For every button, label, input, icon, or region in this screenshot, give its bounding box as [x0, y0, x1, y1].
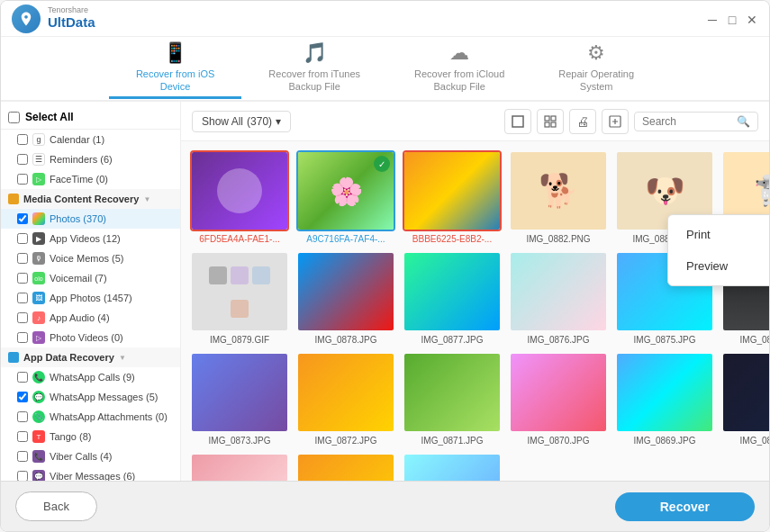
whatsappattachments-icon: 📎	[32, 410, 45, 423]
photovideos-label: Photo Videos (0)	[50, 332, 123, 343]
title-bar-controls: ─ □ ✕	[706, 13, 758, 25]
sidebar-item-tango[interactable]: T Tango (8)	[1, 427, 180, 446]
show-all-button[interactable]: Show All (370) ▾	[192, 111, 291, 132]
export-button[interactable]	[602, 109, 629, 134]
search-icon: 🔍	[737, 115, 750, 128]
sidebar-item-whatsappcalls[interactable]: 📞 WhatsApp Calls (9)	[1, 367, 180, 387]
print-button[interactable]: 🖨	[569, 109, 596, 134]
photovideos-checkbox[interactable]	[17, 332, 28, 343]
appphotos-checkbox[interactable]	[17, 293, 28, 303]
context-menu-print-label: Print	[686, 228, 711, 241]
appvideos-icon: ▶	[32, 232, 45, 245]
recover-button[interactable]: Recover	[615, 492, 755, 521]
svg-rect-3	[545, 122, 549, 127]
nav-item-itunes[interactable]: 🎵 Recover from iTunesBackup File	[241, 38, 387, 98]
whatsappmessages-checkbox[interactable]	[17, 392, 28, 402]
view-single-button[interactable]	[504, 109, 531, 134]
svg-rect-2	[551, 116, 556, 121]
tango-checkbox[interactable]	[17, 431, 28, 442]
photo-item[interactable]: IMG_0872.JPG	[296, 352, 395, 446]
show-all-chevron: ▾	[276, 115, 281, 128]
appaudio-checkbox[interactable]	[17, 312, 28, 323]
photo-item[interactable]	[296, 453, 395, 481]
sidebar-item-vibercalls[interactable]: 📞 Viber Calls (4)	[1, 446, 180, 466]
nav-item-ios[interactable]: 📱 Recover from iOSDevice	[109, 38, 241, 98]
sidebar-item-photos[interactable]: Photos (370)	[1, 209, 180, 229]
photo-item[interactable]: 6FD5EA4A-FAE1-...	[190, 150, 289, 244]
calendar-label: Calendar (1)	[50, 134, 104, 145]
appdata-caret: ▼	[119, 354, 126, 362]
icloud-icon: ☁	[449, 41, 469, 65]
sidebar-item-photovideos[interactable]: ▷ Photo Videos (0)	[1, 328, 180, 347]
photo-filename: IMG_0868.JPG	[721, 436, 769, 446]
section-appdata-header[interactable]: App Data Recovery ▼	[1, 347, 180, 367]
photo-thumb	[190, 352, 289, 433]
vibermessages-checkbox[interactable]	[17, 471, 28, 481]
facetime-label: FaceTime (0)	[50, 174, 108, 185]
sidebar-item-appaudio[interactable]: ♪ App Audio (4)	[1, 308, 180, 328]
close-button[interactable]: ✕	[746, 13, 758, 25]
select-all-item[interactable]: Select All	[1, 105, 180, 130]
sidebar-item-vibermessages[interactable]: 💬 Viber Messages (6)	[1, 466, 180, 481]
photo-item[interactable]: IMG_0877.JPG	[403, 251, 502, 345]
facetime-checkbox[interactable]	[17, 174, 28, 185]
photo-item[interactable]	[190, 453, 289, 481]
appvideos-checkbox[interactable]	[17, 233, 28, 244]
photo-thumb	[296, 352, 395, 433]
svg-rect-1	[545, 116, 549, 121]
sidebar-item-reminders[interactable]: ☰ Reminders (6)	[1, 149, 180, 169]
vibercalls-label: Viber Calls (4)	[50, 451, 113, 462]
photo-filename: 6FD5EA4A-FAE1-...	[190, 234, 289, 244]
nav-item-icloud[interactable]: ☁ Recover from iCloudBackup File	[387, 38, 531, 98]
photo-item[interactable]: BBBE6225-E8B2-...	[403, 150, 502, 244]
reminders-checkbox[interactable]	[17, 154, 28, 165]
photo-grid: 6FD5EA4A-FAE1-... ✓ 🌸 A9C716FA-7AF4-...	[181, 141, 769, 481]
calendar-icon: g	[32, 133, 45, 146]
photo-filename: IMG_0870.JPG	[509, 436, 608, 446]
photo-item[interactable]	[403, 453, 502, 481]
photo-item[interactable]: 🐕 IMG_0882.PNG	[509, 150, 608, 244]
view-grid-button[interactable]	[537, 109, 564, 134]
photo-item[interactable]: IMG_0870.JPG	[509, 352, 608, 446]
back-button[interactable]: Back	[15, 491, 97, 521]
context-menu-preview[interactable]: Preview	[668, 250, 769, 282]
photo-thumb	[509, 251, 608, 332]
nav-item-repair[interactable]: ⚙ Repair OperatingSystem	[531, 38, 661, 98]
sidebar-item-voicememos[interactable]: 🎙 Voice Memos (5)	[1, 248, 180, 268]
whatsappcalls-checkbox[interactable]	[17, 372, 28, 383]
sidebar-item-voicemail[interactable]: olo Voicemail (7)	[1, 268, 180, 288]
photo-item[interactable]: IMG_0876.JPG	[509, 251, 608, 345]
vibercalls-checkbox[interactable]	[17, 451, 28, 462]
photo-thumb	[190, 453, 289, 481]
sidebar-item-whatsappmessages[interactable]: 💬 WhatsApp Messages (5)	[1, 387, 180, 407]
ios-icon: 📱	[163, 41, 187, 65]
voicemail-label: Voicemail (7)	[50, 273, 107, 284]
photo-item[interactable]: IMG_0879.GIF	[190, 251, 289, 345]
whatsappattachments-checkbox[interactable]	[17, 411, 28, 422]
photo-item[interactable]: IMG_0873.JPG	[190, 352, 289, 446]
sidebar-item-appvideos[interactable]: ▶ App Videos (12)	[1, 229, 180, 248]
photos-label: Photos (370)	[50, 213, 106, 224]
calendar-checkbox[interactable]	[17, 134, 28, 145]
photo-thumb	[403, 251, 502, 332]
search-input[interactable]	[642, 115, 732, 128]
tango-label: Tango (8)	[50, 431, 91, 442]
maximize-button[interactable]: □	[726, 13, 738, 25]
svg-rect-4	[551, 122, 556, 127]
sidebar-item-whatsappattachments[interactable]: 📎 WhatsApp Attachments (0)	[1, 407, 180, 427]
photo-item[interactable]: ✓ 🌸 A9C716FA-7AF4-...	[296, 150, 395, 244]
photo-item[interactable]: IMG_0868.JPG	[721, 352, 769, 446]
voicemail-checkbox[interactable]	[17, 273, 28, 284]
photo-item[interactable]: IMG_0871.JPG	[403, 352, 502, 446]
sidebar-item-appphotos[interactable]: 🖼 App Photos (1457)	[1, 288, 180, 308]
sidebar-item-facetime[interactable]: ▷ FaceTime (0)	[1, 169, 180, 189]
minimize-button[interactable]: ─	[706, 13, 719, 25]
select-all-checkbox[interactable]	[8, 112, 20, 123]
context-menu-print[interactable]: Print	[668, 219, 769, 250]
photos-checkbox[interactable]	[17, 213, 28, 224]
sidebar-item-calendar[interactable]: g Calendar (1)	[1, 130, 180, 149]
photo-item[interactable]: IMG_0878.JPG	[296, 251, 395, 345]
photo-item[interactable]: IMG_0869.JPG	[615, 352, 714, 446]
section-media-header[interactable]: Media Content Recovery ▼	[1, 189, 180, 209]
voicememos-checkbox[interactable]	[17, 253, 28, 264]
